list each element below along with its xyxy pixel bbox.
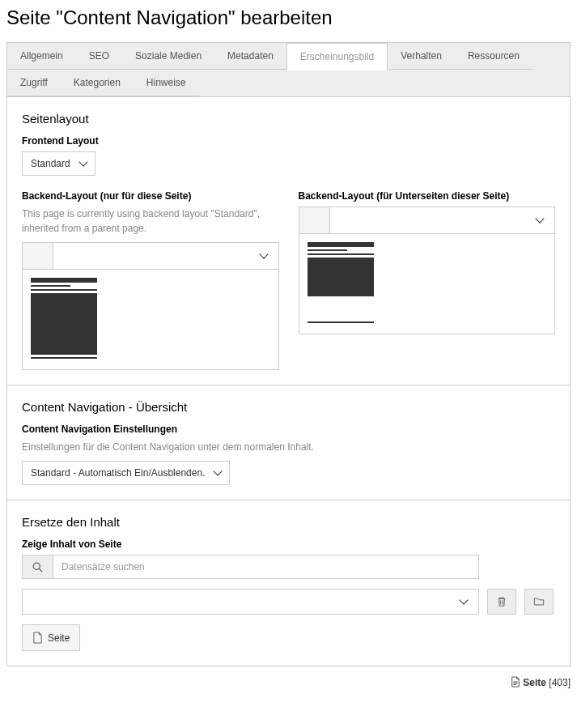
search-icon (22, 555, 53, 579)
browse-button[interactable] (524, 589, 554, 615)
backend-this-label: Backend-Layout (nur für diese Seite) (22, 190, 279, 202)
backend-this-link-button[interactable] (22, 242, 53, 270)
chevron-down-icon (214, 467, 221, 479)
record-search-input[interactable] (53, 555, 479, 579)
contentnav-title: Content Navigation - Übersicht (22, 400, 555, 414)
svg-point-0 (33, 563, 40, 569)
chevron-down-icon (460, 596, 467, 607)
tab-hinweise[interactable]: Hinweise (134, 70, 199, 96)
replace-title: Ersetze den Inhalt (22, 515, 555, 529)
trash-icon (496, 596, 507, 607)
frontend-layout-value: Standard (31, 158, 70, 169)
seitenlayout-title: Seitenlayout (22, 112, 555, 126)
svg-line-1 (40, 568, 43, 572)
footer-type: Seite (523, 677, 546, 688)
frontend-layout-select[interactable]: Standard (22, 151, 95, 176)
chevron-down-icon (80, 158, 87, 169)
show-content-label: Zeige Inhalt von Seite (22, 539, 555, 550)
tab-erscheinungsbild[interactable]: Erscheinungsbild (286, 43, 388, 70)
backend-sub-label: Backend-Layout (für Unterseiten dieser S… (299, 190, 556, 202)
footer-id: [403] (549, 677, 571, 688)
tab-zugriff[interactable]: Zugriff (7, 70, 61, 96)
panel-seitenlayout: Seitenlayout Frontend Layout Standard Ba… (6, 96, 571, 385)
backend-sub-select[interactable] (329, 206, 556, 234)
chevron-down-icon (261, 250, 267, 262)
panel-replace: Ersetze den Inhalt Zeige Inhalt von Seit… (6, 500, 571, 666)
contentnav-settings-select[interactable]: Standard - Automatisch Ein/Ausblenden. (22, 461, 230, 485)
backend-sub-preview (299, 234, 556, 334)
tab-seo[interactable]: SEO (76, 43, 122, 70)
backend-sub-link-button[interactable] (299, 206, 329, 234)
page-btn-label: Seite (48, 632, 70, 644)
contentnav-settings-value: Standard - Automatisch Ein/Ausblenden. (31, 467, 205, 479)
tab-verhalten[interactable]: Verhalten (388, 43, 455, 70)
footer-info: Seite [403] (6, 676, 571, 688)
tab-metadaten[interactable]: Metadaten (214, 43, 286, 70)
tab-kategorien[interactable]: Kategorien (61, 70, 134, 96)
tab-soziale-medien[interactable]: Soziale Medien (122, 43, 214, 70)
tab-ressourcen[interactable]: Ressourcen (455, 43, 532, 70)
delete-button[interactable] (487, 589, 516, 615)
page-title: Seite "Content Navigation" bearbeiten (6, 6, 571, 29)
record-select[interactable] (22, 589, 479, 615)
panel-contentnav: Content Navigation - Übersicht Content N… (6, 385, 571, 500)
page-create-button[interactable]: Seite (22, 624, 80, 651)
backend-this-preview (22, 270, 279, 370)
tab-allgemein[interactable]: Allgemein (7, 43, 76, 70)
folder-icon (533, 596, 545, 607)
contentnav-settings-label: Content Navigation Einstellungen (22, 424, 555, 435)
chevron-down-icon (537, 215, 543, 226)
backend-this-select[interactable] (53, 242, 279, 270)
backend-this-help: This page is currently using backend lay… (22, 206, 279, 236)
page-icon (511, 676, 520, 688)
frontend-layout-label: Frontend Layout (22, 135, 555, 147)
page-icon (32, 632, 43, 644)
contentnav-settings-help: Einstellungen für die Content Navigation… (22, 440, 555, 454)
tab-bar: Allgemein SEO Soziale Medien Metadaten E… (6, 42, 571, 96)
